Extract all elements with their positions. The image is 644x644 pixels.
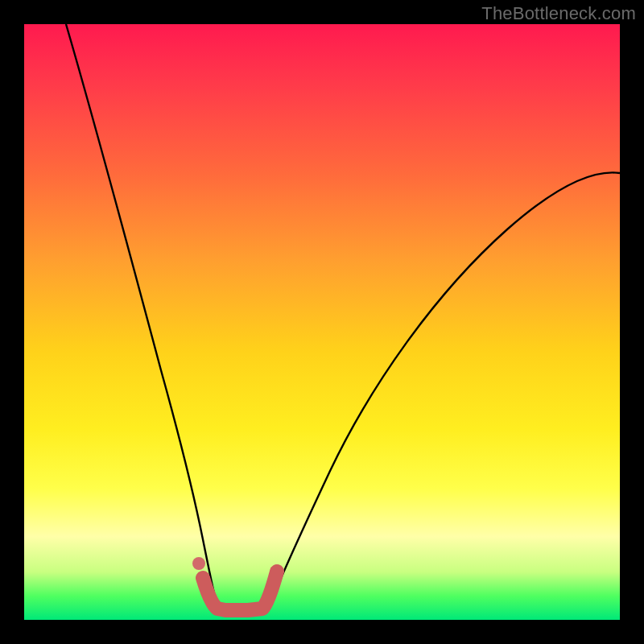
left-curve bbox=[66, 24, 217, 608]
valley-dot bbox=[192, 557, 205, 570]
curve-layer bbox=[24, 24, 620, 620]
valley-band bbox=[203, 572, 277, 610]
chart-frame: TheBottleneck.com bbox=[0, 0, 644, 644]
right-curve bbox=[269, 172, 620, 608]
plot-area bbox=[24, 24, 620, 620]
watermark: TheBottleneck.com bbox=[481, 3, 636, 24]
